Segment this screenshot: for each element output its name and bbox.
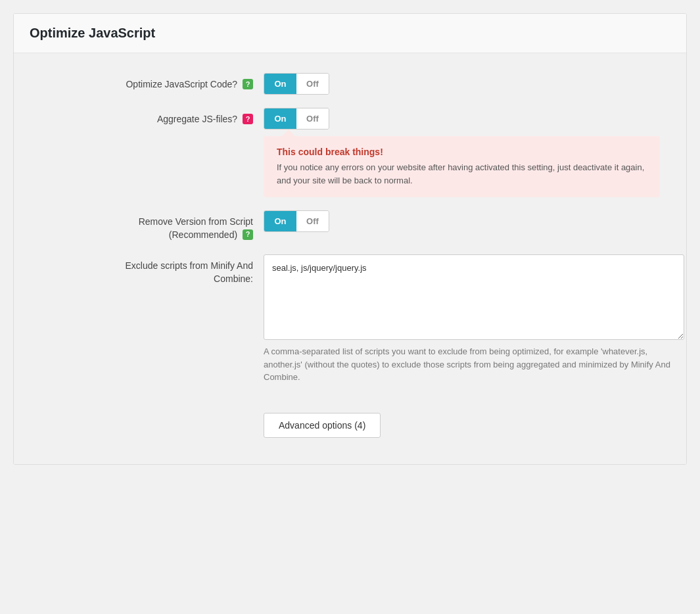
exclude-scripts-textarea[interactable]: [264, 254, 684, 340]
remove-version-control: On Off: [264, 210, 660, 232]
remove-version-on-btn[interactable]: On: [264, 211, 296, 231]
optimize-js-toggle[interactable]: On Off: [264, 73, 329, 95]
aggregate-js-row: Aggregate JS-files? ? On Off This could …: [40, 108, 660, 197]
advanced-options-button[interactable]: Advanced options (4): [264, 413, 381, 438]
exclude-scripts-control: A comma-separated list of scripts you wa…: [264, 254, 684, 384]
warning-text: If you notice any errors on your website…: [277, 161, 647, 187]
remove-version-row: Remove Version from Script (Recommended)…: [40, 210, 660, 241]
optimize-js-off-btn[interactable]: Off: [296, 74, 329, 94]
aggregate-js-on-btn[interactable]: On: [264, 108, 296, 129]
optimize-js-on-btn[interactable]: On: [264, 74, 296, 94]
remove-version-label: Remove Version from Script (Recommended)…: [40, 210, 264, 241]
panel-title: Optimize JavaScript: [30, 26, 670, 41]
optimize-javascript-panel: Optimize JavaScript Optimize JavaScript …: [13, 13, 687, 465]
exclude-scripts-help-text: A comma-separated list of scripts you wa…: [264, 345, 684, 384]
remove-version-toggle[interactable]: On Off: [264, 210, 329, 232]
advanced-options-container: Advanced options (4): [40, 397, 660, 438]
aggregate-js-off-btn[interactable]: Off: [296, 108, 329, 129]
optimize-js-row: Optimize JavaScript Code? ? On Off: [40, 73, 660, 95]
panel-header: Optimize JavaScript: [14, 14, 686, 53]
warning-title: This could break things!: [277, 147, 647, 157]
panel-body: Optimize JavaScript Code? ? On Off Aggre…: [14, 53, 686, 464]
optimize-js-control: On Off: [264, 73, 660, 95]
aggregate-js-toggle[interactable]: On Off: [264, 108, 329, 130]
exclude-scripts-label: Exclude scripts from Minify And Combine:: [40, 254, 264, 285]
aggregate-js-warning: This could break things! If you notice a…: [264, 136, 660, 197]
optimize-js-help-icon[interactable]: ?: [243, 79, 253, 89]
exclude-scripts-row: Exclude scripts from Minify And Combine:…: [40, 254, 660, 384]
remove-version-help-icon[interactable]: ?: [243, 229, 253, 240]
remove-version-off-btn[interactable]: Off: [296, 211, 329, 231]
aggregate-js-help-icon[interactable]: ?: [243, 114, 253, 124]
optimize-js-label: Optimize JavaScript Code? ?: [40, 73, 264, 91]
aggregate-js-control: On Off This could break things! If you n…: [264, 108, 660, 197]
aggregate-js-label: Aggregate JS-files? ?: [40, 108, 264, 126]
